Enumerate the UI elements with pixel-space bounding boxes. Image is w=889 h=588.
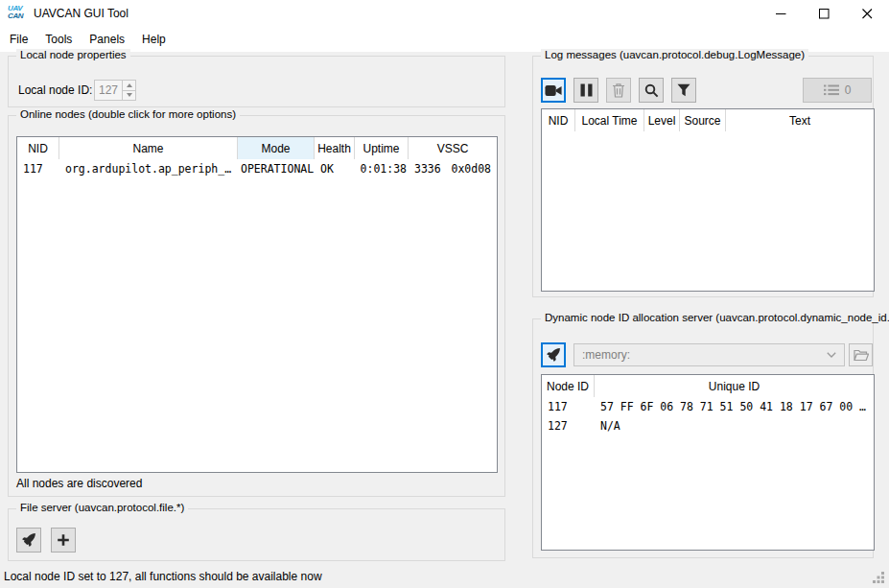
- resize-grip[interactable]: [873, 572, 884, 583]
- col-source[interactable]: Source: [680, 109, 726, 131]
- log-table-header: NID Local Time Level Source Text: [542, 109, 874, 131]
- log-record-button[interactable]: [541, 78, 566, 103]
- cell-nid: 117: [17, 162, 59, 176]
- maximize-button[interactable]: [803, 0, 846, 27]
- vssc-decimal: 3336: [414, 162, 441, 176]
- down-arrow-icon: [127, 93, 132, 97]
- rocket-icon: [546, 347, 561, 363]
- col-mode[interactable]: Mode: [238, 137, 315, 159]
- alloc-table-header: Node ID Unique ID: [542, 375, 874, 397]
- log-filter-button[interactable]: [671, 78, 696, 103]
- filter-icon: [677, 83, 690, 97]
- window-controls: [760, 0, 889, 27]
- col-unique-id[interactable]: Unique ID: [595, 375, 874, 397]
- file-server-start-button[interactable]: [16, 528, 41, 553]
- file-server-group: File server (uavcan.protocol.file.*): [8, 508, 505, 561]
- rocket-icon: [21, 532, 36, 548]
- plus-icon: [57, 533, 70, 547]
- cell-mode: OPERATIONAL: [238, 162, 315, 176]
- local-node-id-value: 127: [95, 81, 122, 100]
- alloc-database-combobox: :memory:: [573, 343, 845, 366]
- title-bar: UAV CAN UAVCAN GUI Tool: [0, 0, 889, 27]
- close-icon: [862, 9, 873, 19]
- online-nodes-title: Online nodes (double click for more opti…: [16, 108, 240, 120]
- col-text[interactable]: Text: [726, 109, 874, 131]
- online-node-row[interactable]: 117 org.ardupilot.ap_periph_… OPERATIONA…: [17, 159, 497, 178]
- dynamic-alloc-title: Dynamic node ID allocation server (uavca…: [541, 312, 889, 323]
- col-vssc[interactable]: VSSC: [409, 137, 497, 159]
- col-log-nid[interactable]: NID: [542, 109, 575, 131]
- app-window: UAV CAN UAVCAN GUI Tool File Tools Panel…: [0, 0, 889, 588]
- vssc-hex: 0x0d08: [451, 162, 491, 176]
- log-messages-table[interactable]: NID Local Time Level Source Text: [541, 108, 875, 292]
- alloc-row[interactable]: 117 57 FF 6F 06 78 71 51 50 41 18 17 67 …: [542, 397, 874, 416]
- discovery-status-text: All nodes are discovered: [16, 477, 142, 490]
- minimize-button[interactable]: [760, 0, 803, 27]
- video-camera-icon: [545, 84, 562, 97]
- maximize-icon: [819, 9, 830, 19]
- pause-icon: [580, 83, 593, 97]
- up-arrow-icon: [127, 83, 132, 87]
- trash-icon: [612, 82, 625, 98]
- cell-unique-id: 57 FF 6F 06 78 71 51 50 41 18 17 67 00 …: [595, 400, 874, 413]
- file-server-title: File server (uavcan.protocol.file.*): [16, 502, 188, 513]
- online-nodes-table[interactable]: NID Name Mode Health Uptime VSSC 117 org…: [16, 136, 498, 473]
- dynamic-alloc-group: Dynamic node ID allocation server (uavca…: [532, 318, 874, 558]
- col-node-id[interactable]: Node ID: [542, 375, 595, 397]
- menu-help[interactable]: Help: [133, 27, 175, 52]
- cell-health: OK: [315, 162, 355, 176]
- alloc-row[interactable]: 127 N/A: [542, 416, 874, 435]
- alloc-database-value: :memory:: [582, 348, 630, 362]
- col-local-time[interactable]: Local Time: [575, 109, 644, 131]
- alloc-server-start-button[interactable]: [541, 342, 566, 367]
- close-button[interactable]: [846, 0, 889, 27]
- cell-node-id: 127: [542, 419, 595, 433]
- alloc-table[interactable]: Node ID Unique ID 117 57 FF 6F 06 78 71 …: [541, 374, 875, 551]
- log-match-count: 0: [845, 83, 852, 97]
- log-messages-group: Log messages (uavcan.protocol.debug.LogM…: [532, 56, 874, 297]
- log-search-button[interactable]: [639, 78, 664, 103]
- col-health[interactable]: Health: [315, 137, 355, 159]
- cell-name: org.ardupilot.ap_periph_…: [59, 162, 238, 176]
- spinner-down-button: [123, 91, 135, 101]
- spinner-buttons: [122, 81, 135, 100]
- status-bar: Local node ID set to 127, all functions …: [0, 566, 889, 588]
- minimize-icon: [776, 9, 786, 19]
- cell-node-id: 117: [542, 400, 595, 413]
- cell-unique-id: N/A: [595, 419, 874, 433]
- log-match-count-button: 0: [803, 78, 872, 103]
- col-nid[interactable]: NID: [17, 137, 59, 159]
- col-uptime[interactable]: Uptime: [355, 137, 409, 159]
- local-node-id-spinner: 127: [94, 80, 136, 101]
- spinner-up-button: [123, 81, 135, 91]
- online-nodes-group: Online nodes (double click for more opti…: [8, 115, 505, 497]
- cell-vssc: 3336 0x0d08: [409, 162, 497, 176]
- local-node-properties-title: Local node properties: [16, 49, 130, 60]
- status-message: Local node ID set to 127, all functions …: [4, 570, 322, 583]
- cell-uptime: 0:01:38: [355, 162, 409, 176]
- window-title: UAVCAN GUI Tool: [34, 7, 129, 20]
- col-name[interactable]: Name: [59, 137, 238, 159]
- chevron-down-icon: [827, 352, 836, 358]
- search-icon: [644, 83, 659, 98]
- folder-open-icon: [854, 349, 869, 362]
- log-pause-button[interactable]: [573, 78, 598, 103]
- alloc-browse-button: [849, 343, 873, 366]
- uavcan-logo-icon: UAV CAN: [8, 5, 23, 20]
- log-messages-title: Log messages (uavcan.protocol.debug.LogM…: [541, 49, 808, 60]
- log-clear-button: [606, 78, 631, 103]
- add-file-path-button[interactable]: [51, 528, 76, 553]
- local-node-properties-group: Local node properties Local node ID: 127: [8, 56, 505, 107]
- list-icon: [824, 84, 839, 96]
- online-nodes-header: NID Name Mode Health Uptime VSSC: [17, 137, 497, 159]
- local-node-id-label: Local node ID:: [18, 83, 92, 97]
- col-level[interactable]: Level: [644, 109, 680, 131]
